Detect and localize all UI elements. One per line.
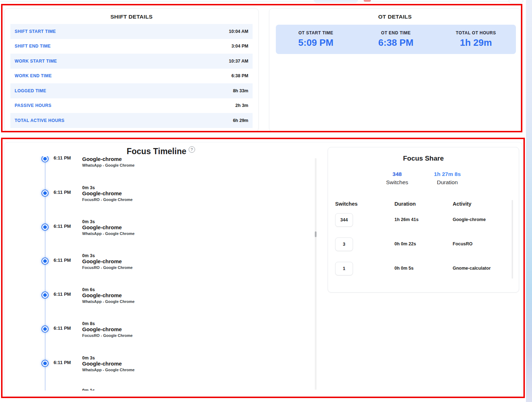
timeline-time: 6:11 PM [54, 156, 82, 161]
timeline-time: 6:11 PM [54, 360, 82, 365]
focus-share-summary-stat: 1h 27m 8sDuration [434, 171, 461, 186]
shift-row-value: 8h 33m [233, 88, 248, 93]
ot-stat-value: 6:38 PM [356, 37, 436, 48]
shift-details-title: SHIFT DETAILS [5, 14, 258, 20]
timeline-duration: 0m 3s [82, 219, 95, 224]
row-activity: FocusRO [453, 241, 473, 246]
focus-timeline-title-text: Focus Timeline [126, 147, 186, 156]
help-icon[interactable]: ? [189, 146, 195, 153]
focus-timeline-list: 6:11 PMGoogle-chromeWhatsApp - Google Ch… [36, 156, 313, 391]
ot-stat: TOTAL OT HOURS1h 29m [436, 30, 516, 48]
shift-row-value: 6h 29m [233, 118, 248, 123]
shift-row-label: WORK START TIME [15, 59, 57, 64]
shift-row-value: 10:37 AM [229, 59, 248, 64]
shift-detail-row: SHIFT START TIME10:04 AM [10, 24, 253, 39]
shift-detail-row: WORK START TIME10:37 AM [10, 54, 253, 69]
column-header: Switches [335, 201, 358, 207]
ot-summary-box: OT START TIME5:09 PMOT END TIME6:38 PMTO… [276, 25, 516, 54]
focus-share-title: Focus Share [328, 155, 519, 162]
timeline-duration: 0m 6s [82, 287, 95, 292]
timeline-app-detail: FocusRO - Google Chrome [82, 265, 133, 270]
summary-value: 1h 27m 8s [434, 171, 461, 177]
timeline-duration: 0m 3s [82, 185, 95, 190]
shift-row-value: 2h 3m [235, 103, 248, 108]
shift-row-label: LOGGED TIME [15, 88, 46, 93]
ot-stat: OT START TIME5:09 PM [276, 30, 356, 48]
timeline-app-name: Google-chrome [82, 292, 122, 298]
timeline-app-name: Google-chrome [82, 361, 122, 367]
shift-row-value: 10:04 AM [229, 29, 248, 34]
row-activity: Gnome-calculator [453, 266, 491, 271]
switch-count-badge: 3 [335, 237, 353, 251]
timeline-time: 6:11 PM [54, 190, 82, 195]
timeline-dot [41, 224, 49, 231]
focus-share-header-row: SwitchesDurationActivity [328, 201, 519, 208]
summary-label: Switches [386, 179, 408, 186]
top-divider-line [0, 1, 524, 1]
focus-share-card: Focus Share 348Switches1h 27m 8sDuration… [328, 147, 519, 293]
focus-share-summary: 348Switches1h 27m 8sDuration [328, 171, 519, 186]
shift-row-label: SHIFT START TIME [15, 29, 56, 34]
timeline-dot [41, 291, 49, 299]
timeline-app-detail: WhatsApp - Google Chrome [82, 299, 135, 304]
timeline-app-detail: FocusRO - Google Chrome [82, 333, 133, 338]
summary-label: Duration [434, 179, 461, 186]
timeline-duration: 0m 8s [82, 321, 95, 326]
timeline-time: 6:11 PM [54, 291, 82, 297]
shift-row-label: PASSIVE HOURS [15, 103, 51, 108]
shift-row-label: WORK END TIME [15, 73, 52, 78]
ot-stat-label: TOTAL OT HOURS [436, 30, 516, 35]
timeline-duration: 0m 3s [82, 356, 95, 361]
row-duration: 0h 0m 22s [394, 241, 416, 246]
timeline-app-detail: FocusRO - Google Chrome [82, 197, 133, 202]
ot-stat-value: 1h 29m [436, 37, 516, 48]
timeline-scrollbar-thumb[interactable] [315, 231, 317, 237]
shift-details-card: SHIFT DETAILS SHIFT START TIME10:04 AMSH… [4, 8, 259, 132]
column-header: Activity [453, 201, 471, 207]
row-duration: 0h 0m 5s [394, 266, 414, 271]
timeline-app-detail: WhatsApp - Google Chrome [82, 231, 135, 236]
timeline-dot [41, 258, 49, 265]
column-header: Duration [394, 201, 416, 207]
row-activity: Google-chrome [453, 217, 486, 222]
shift-row-value: 6:38 PM [232, 73, 248, 78]
timeline-scrollbar[interactable] [315, 158, 317, 390]
ot-stat-label: OT START TIME [276, 30, 356, 35]
timeline-time: 6:11 PM [54, 325, 82, 331]
summary-value: 348 [386, 171, 408, 177]
timeline-app-name: Google-chrome [82, 258, 122, 264]
focus-share-scrollbar[interactable] [512, 200, 513, 279]
timeline-app-detail: WhatsApp - Google Chrome [82, 368, 135, 372]
ot-stat-label: OT END TIME [356, 30, 436, 35]
shift-detail-row: LOGGED TIME8h 33m [10, 83, 253, 98]
shift-detail-row: TOTAL ACTIVE HOURS6h 29m [10, 113, 253, 128]
timeline-dot [41, 325, 49, 333]
timeline-time: 6:11 PM [54, 258, 82, 263]
ot-stat-value: 5:09 PM [276, 37, 356, 48]
timeline-app-name: Google-chrome [82, 224, 122, 230]
ot-details-title: OT DETAILS [269, 14, 521, 20]
focus-share-summary-stat: 348Switches [386, 171, 408, 186]
ot-details-card: OT DETAILS OT START TIME5:09 PMOT END TI… [269, 8, 521, 132]
clipped-toolbar-fragment [314, 0, 358, 3]
timeline-dot [41, 360, 49, 367]
clipped-card-corner [509, 0, 523, 4]
shift-row-value: 3:04 PM [232, 44, 248, 49]
switch-count-badge: 1 [335, 262, 353, 275]
timeline-dot [41, 156, 49, 162]
timeline-duration: 0m 1s [82, 388, 95, 391]
shift-row-label: TOTAL ACTIVE HOURS [15, 118, 64, 123]
screen: SHIFT DETAILS SHIFT START TIME10:04 AMSH… [0, 0, 532, 402]
shift-detail-row: WORK END TIME6:38 PM [10, 69, 253, 84]
timeline-app-detail: WhatsApp - Google Chrome [82, 163, 135, 167]
ot-stat: OT END TIME6:38 PM [356, 30, 436, 48]
shift-detail-row: PASSIVE HOURS2h 3m [10, 98, 253, 113]
shift-row-label: SHIFT END TIME [15, 44, 51, 49]
right-gradient-strip [526, 0, 532, 402]
switch-count-badge: 344 [335, 213, 353, 227]
timeline-app-name: Google-chrome [82, 156, 122, 162]
timeline-time: 6:11 PM [54, 224, 82, 229]
timeline-dot [41, 190, 49, 197]
timeline-app-name: Google-chrome [82, 326, 122, 332]
row-duration: 1h 26m 41s [394, 217, 418, 222]
